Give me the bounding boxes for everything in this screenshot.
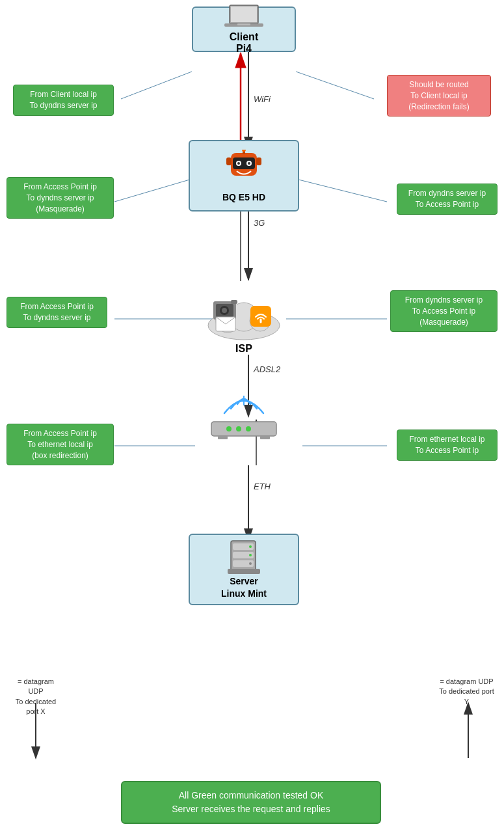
router-right-label: From ethernet local ipTo Access Point ip <box>397 430 497 461</box>
right-arrow-label: = datagram UDPTo dedicated port Y <box>439 677 494 707</box>
server-label: ServerLinux Mint <box>221 575 267 599</box>
svg-point-56 <box>249 554 252 556</box>
bq-right-label: From dyndns server ipTo Access Point ip <box>397 184 497 215</box>
svg-point-48 <box>246 426 251 431</box>
svg-point-33 <box>242 150 246 152</box>
diagram-container: ClientPi4 WiFi <box>0 0 504 833</box>
eth-label: ETH <box>254 482 271 491</box>
client-left-label: From Client local ipTo dyndns server ip <box>13 85 114 116</box>
svg-rect-38 <box>250 306 271 327</box>
svg-line-13 <box>296 179 387 202</box>
3g-label: 3G <box>254 218 265 228</box>
svg-point-29 <box>248 162 250 165</box>
client-right-label: Should be routedTo Client local ip(Redir… <box>387 75 491 116</box>
svg-point-47 <box>236 426 241 431</box>
server-icon <box>224 539 263 575</box>
bq-e5-node: BQ E5 HD <box>189 140 299 212</box>
svg-rect-49 <box>218 436 228 439</box>
home-router-icon <box>202 386 286 441</box>
svg-point-46 <box>226 426 232 431</box>
bq-label: BQ E5 HD <box>222 192 265 202</box>
server-node: ServerLinux Mint <box>189 534 299 605</box>
svg-line-12 <box>114 179 192 202</box>
svg-rect-43 <box>231 300 237 304</box>
isp-container: ISP <box>189 270 299 355</box>
router-left-label: From Access Point ipTo ethernet local ip… <box>7 424 114 465</box>
robot-icon <box>221 150 267 192</box>
wifi-label: WiFi <box>254 94 271 104</box>
svg-point-28 <box>237 162 240 165</box>
svg-rect-21 <box>231 7 257 22</box>
isp-left-label: From Access Point ipTo dyndns server ip <box>7 297 107 328</box>
status-box: All Green communication tested OKServer … <box>121 781 381 824</box>
home-router-container <box>195 384 293 443</box>
svg-line-11 <box>296 72 374 99</box>
svg-rect-31 <box>256 157 261 165</box>
svg-rect-30 <box>226 157 232 165</box>
svg-point-42 <box>222 308 227 313</box>
isp-right-label: From dyndns server ipTo Access Point ip(… <box>390 290 497 332</box>
svg-point-55 <box>249 545 252 548</box>
client-label: ClientPi4 <box>230 31 258 55</box>
isp-icon <box>195 283 293 342</box>
svg-line-10 <box>121 72 192 99</box>
bq-left-label: From Access Point ipTo dyndns server ip(… <box>7 177 114 219</box>
svg-rect-45 <box>211 422 276 436</box>
svg-rect-23 <box>237 23 250 25</box>
isp-label: ISP <box>235 343 252 355</box>
client-pi4-node: ClientPi4 <box>192 7 296 52</box>
svg-rect-50 <box>260 436 270 439</box>
adsl-label: ADSL2 <box>254 364 280 374</box>
left-arrow-label: = datagram UDPTo dedicated port X <box>10 677 62 717</box>
svg-rect-58 <box>228 569 260 574</box>
svg-point-57 <box>249 562 252 565</box>
laptop-icon <box>224 4 263 30</box>
